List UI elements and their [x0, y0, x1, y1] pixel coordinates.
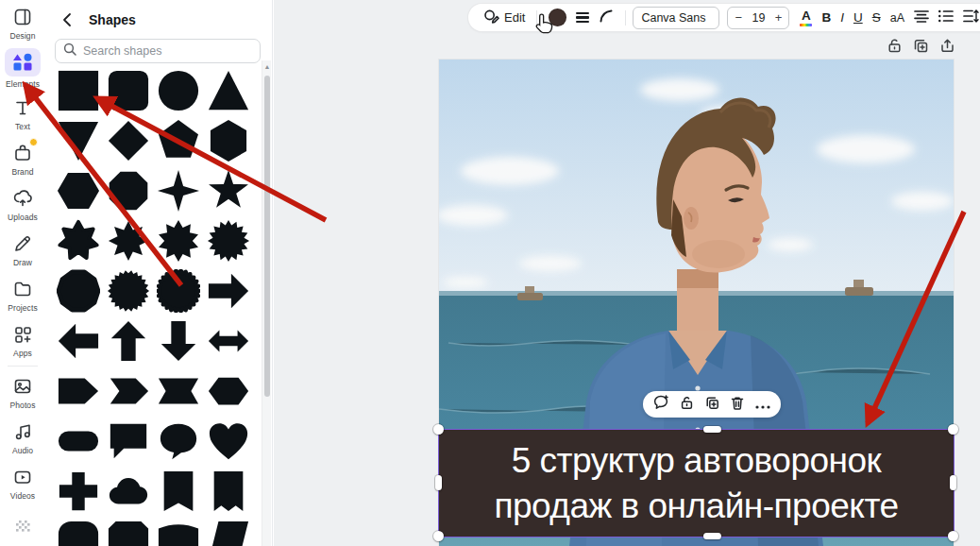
- sidebar-item-design[interactable]: Design: [0, 0, 45, 45]
- resize-handle-bottom-left[interactable]: [433, 531, 444, 541]
- shape-cut-corner-square[interactable]: [106, 519, 151, 546]
- sidebar-item-textures[interactable]: [0, 505, 45, 546]
- duplicate-page-button[interactable]: [912, 39, 930, 57]
- lock-page-button[interactable]: [886, 39, 904, 57]
- shape-arrow-left[interactable]: [56, 318, 101, 364]
- sidebar-item-draw[interactable]: Draw: [0, 227, 45, 272]
- shape-star-5[interactable]: [206, 168, 251, 213]
- shape-burst-10[interactable]: [156, 218, 201, 264]
- shape-hexagon-wide[interactable]: [206, 368, 251, 414]
- shape-star-8[interactable]: [106, 218, 151, 264]
- shape-arrow-chevron[interactable]: [106, 368, 151, 414]
- sidebar-item-photos[interactable]: Photos: [0, 369, 45, 415]
- shape-octagon[interactable]: [106, 168, 151, 213]
- sidebar-item-audio[interactable]: Audio: [0, 415, 45, 460]
- shape-speech-bubble-square[interactable]: [106, 418, 151, 464]
- resize-handle-top-left[interactable]: [433, 424, 444, 435]
- border-style-button[interactable]: [571, 6, 594, 30]
- textures-icon: [11, 516, 34, 538]
- edit-image-button[interactable]: Edit: [479, 6, 530, 30]
- shape-rounded-square[interactable]: [106, 68, 151, 113]
- alignment-button[interactable]: [909, 6, 934, 30]
- shape-hexagon-flat[interactable]: [56, 168, 101, 213]
- comment-button[interactable]: [651, 395, 670, 414]
- resize-handle-top-right[interactable]: [948, 424, 958, 435]
- font-size-increase[interactable]: +: [775, 10, 783, 25]
- sidebar-item-videos[interactable]: Videos: [0, 460, 45, 505]
- sidebar-item-label: Photos: [9, 401, 35, 410]
- resize-handle-left[interactable]: [435, 475, 442, 490]
- list-button[interactable]: [934, 6, 958, 30]
- resize-handle-bottom-right[interactable]: [948, 531, 958, 541]
- lock-element-button[interactable]: [677, 395, 696, 414]
- resize-handle-right[interactable]: [950, 475, 956, 490]
- shape-star-4[interactable]: [156, 168, 201, 213]
- scrollbar-thumb[interactable]: [264, 76, 270, 397]
- shape-banner-notch[interactable]: [156, 469, 201, 514]
- shape-parallelogram[interactable]: [206, 519, 251, 546]
- back-button[interactable]: [59, 10, 77, 29]
- lock-icon: [887, 38, 903, 58]
- shape-pill[interactable]: [56, 418, 101, 464]
- shape-speech-bubble-round[interactable]: [156, 418, 201, 464]
- sidebar-item-elements[interactable]: Elements: [0, 45, 45, 91]
- shape-burst-16[interactable]: [206, 218, 251, 264]
- shape-triangle[interactable]: [206, 68, 251, 113]
- shape-scallop-seal[interactable]: [106, 268, 151, 314]
- resize-handle-top[interactable]: [703, 426, 721, 433]
- delete-element-button[interactable]: [728, 395, 747, 414]
- add-page-button[interactable]: [938, 39, 956, 57]
- shape-rounded-square-2[interactable]: [56, 519, 101, 546]
- shape-arrow-up[interactable]: [106, 318, 151, 364]
- shape-cloud[interactable]: [106, 469, 151, 514]
- shape-banner-pointed[interactable]: [56, 368, 101, 414]
- search-input[interactable]: [83, 44, 252, 58]
- strikethrough-button[interactable]: S: [868, 6, 886, 30]
- sidebar-item-brand[interactable]: Brand: [0, 136, 45, 181]
- underline-button[interactable]: U: [849, 6, 868, 30]
- resize-handle-bottom[interactable]: [703, 533, 721, 539]
- more-element-options-button[interactable]: [753, 395, 772, 414]
- fill-color-swatch[interactable]: [549, 9, 566, 26]
- shape-diamond[interactable]: [106, 118, 151, 163]
- shape-banner-swallowtail[interactable]: [206, 469, 251, 514]
- shape-heart[interactable]: [206, 418, 251, 464]
- sidebar-item-uploads[interactable]: Uploads: [0, 181, 45, 227]
- curve-button[interactable]: [594, 6, 618, 30]
- font-family-select[interactable]: Canva Sans: [633, 7, 719, 29]
- search-box[interactable]: [55, 39, 261, 63]
- sidebar-item-projects[interactable]: Projects: [0, 272, 45, 317]
- shape-triangle-down[interactable]: [56, 118, 101, 163]
- italic-button[interactable]: I: [836, 6, 849, 30]
- sidebar-item-apps[interactable]: Apps: [0, 317, 45, 363]
- shape-hexagon[interactable]: [206, 118, 251, 163]
- panel-scrollbar[interactable]: ▲: [262, 60, 271, 546]
- shape-arrow-left-right[interactable]: [206, 318, 251, 364]
- fill-color-button[interactable]: [544, 6, 571, 30]
- shape-circle[interactable]: [156, 68, 201, 113]
- title-textbox[interactable]: 5 структур автоворонок продаж в онлайн-п…: [439, 430, 954, 537]
- shape-decagon[interactable]: [56, 268, 101, 314]
- font-size-value[interactable]: 19: [752, 11, 765, 25]
- duplicate-element-button[interactable]: [702, 395, 721, 414]
- scroll-up-arrow[interactable]: ▲: [263, 63, 271, 71]
- shape-arrow-right[interactable]: [206, 268, 251, 314]
- shape-scallop-circle[interactable]: [156, 268, 201, 314]
- shape-cross[interactable]: [56, 469, 101, 514]
- sidebar-item-text[interactable]: Text: [0, 91, 45, 136]
- shape-arrow-down[interactable]: [156, 318, 201, 364]
- ellipsis-icon: [755, 396, 770, 413]
- shape-curved-top-square[interactable]: [156, 519, 201, 546]
- shape-star-7[interactable]: [56, 218, 101, 264]
- shape-square[interactable]: [56, 68, 101, 113]
- font-size-decrease[interactable]: −: [735, 10, 742, 25]
- bold-button[interactable]: B: [817, 6, 836, 30]
- text-case-button[interactable]: aA: [886, 6, 909, 30]
- spacing-button[interactable]: [958, 6, 980, 30]
- lock-icon: [680, 396, 694, 414]
- text-color-button[interactable]: A: [795, 6, 817, 30]
- shape-pentagon[interactable]: [156, 118, 201, 163]
- shape-ribbon-banner[interactable]: [156, 368, 201, 414]
- canva-editor: DesignElementsTextBrandUploadsDrawProjec…: [0, 0, 980, 546]
- draw-icon: [11, 232, 34, 255]
